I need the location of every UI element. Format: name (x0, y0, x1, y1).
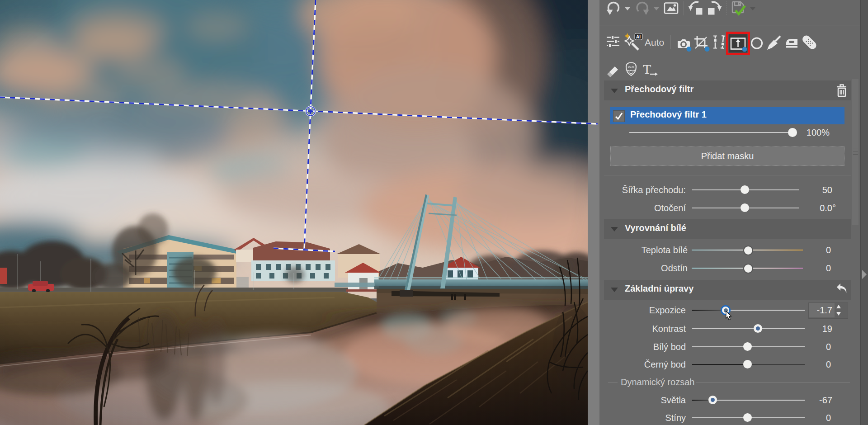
svg-text:T: T (643, 61, 651, 76)
svg-text:Auto: Auto (645, 37, 664, 47)
svg-text:AI: AI (636, 34, 641, 39)
